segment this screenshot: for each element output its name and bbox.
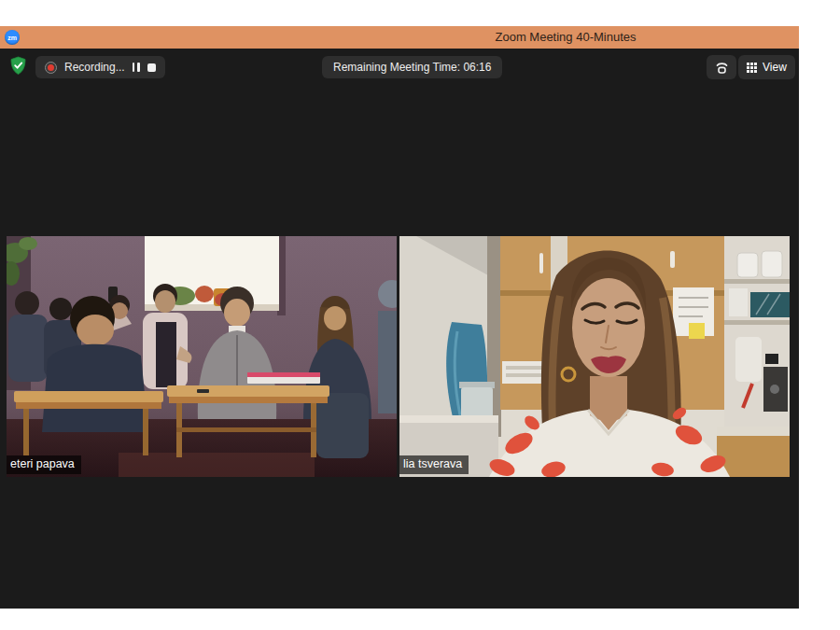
grid-icon	[747, 63, 757, 73]
zoom-meeting-window: zm Zoom Meeting 40-Minutes Recording... …	[0, 26, 799, 609]
remaining-time-badge: Remaining Meeting Time: 06:16	[322, 56, 502, 78]
stop-icon	[147, 63, 156, 72]
security-shield-button[interactable]	[9, 56, 27, 76]
classroom-scene	[7, 236, 397, 477]
video-tile-eteri-papava[interactable]: eteri papava	[7, 236, 397, 477]
participant-name-tag: lia tsverava	[399, 455, 469, 474]
video-tile-lia-tsverava[interactable]: lia tsverava	[399, 236, 790, 477]
meeting-content-area: Recording... Remaining Meeting Time: 06:…	[0, 49, 799, 609]
presenter-scene	[399, 236, 790, 477]
recording-indicator: Recording...	[35, 56, 165, 78]
recording-status-label: Recording...	[64, 61, 125, 74]
window-titlebar: zm Zoom Meeting 40-Minutes	[0, 26, 799, 49]
shield-check-icon	[9, 56, 27, 76]
zoom-app-logo: zm	[5, 30, 20, 45]
pause-icon	[133, 63, 140, 72]
stop-recording-button[interactable]	[147, 63, 156, 72]
view-button[interactable]: View	[738, 55, 795, 79]
cast-to-room-button[interactable]	[707, 55, 736, 79]
window-title: Zoom Meeting 40-Minutes	[495, 30, 636, 44]
cast-device-icon	[714, 60, 730, 76]
record-dot-icon	[45, 62, 57, 74]
view-button-label: View	[763, 61, 787, 74]
pause-recording-button[interactable]	[133, 63, 140, 72]
participant-name-tag: eteri papava	[7, 455, 81, 474]
